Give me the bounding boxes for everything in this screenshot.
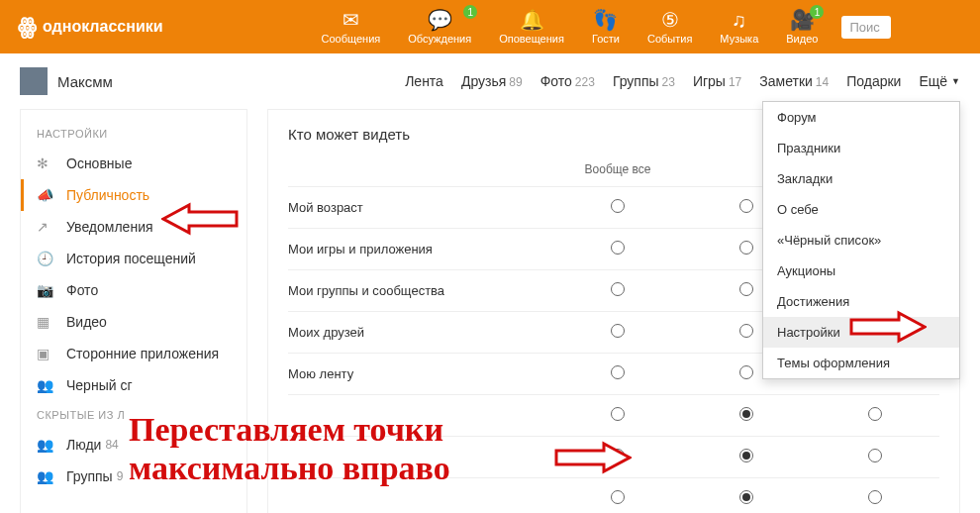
sidebar-item-label: Публичность: [66, 187, 149, 203]
dropdown-item[interactable]: Темы оформления: [763, 348, 959, 378]
privacy-radio[interactable]: [739, 282, 753, 296]
sidebar-item-label: Фото: [66, 282, 98, 298]
annotation-arrow-right-dropdown: [847, 309, 927, 345]
sidebar-item-count: 84: [105, 438, 118, 452]
privacy-radio[interactable]: [868, 449, 882, 462]
privacy-radio[interactable]: [739, 365, 753, 379]
svg-marker-1: [851, 313, 925, 341]
sidebar-item-label: Люди: [66, 437, 101, 453]
top-nav: ✉ Сообщения 💬 1 Обсуждения 🔔 Оповещения …: [322, 9, 819, 45]
sidebar-item-label: Группы: [66, 468, 113, 484]
dropdown-item[interactable]: Праздники: [763, 133, 959, 163]
top-toolbar: ꙮ одноклассники ✉ Сообщения 💬 1 Обсужден…: [0, 0, 980, 53]
sub-header: Максмм Лента Друзья89 Фото223 Группы23 И…: [0, 53, 980, 109]
sidebar-item[interactable]: ✻Основные: [21, 148, 246, 179]
sidebar-item-icon: ▣: [37, 346, 56, 361]
profile-tabs: Лента Друзья89 Фото223 Группы23 Игры17 З…: [405, 73, 960, 89]
svg-marker-0: [163, 205, 237, 233]
svg-marker-2: [556, 444, 630, 471]
sidebar-item[interactable]: 👥Черный сг: [21, 369, 246, 401]
sidebar-item-icon: 👥: [37, 377, 56, 393]
tab-feed[interactable]: Лента: [405, 73, 443, 89]
nav-messages[interactable]: ✉ Сообщения: [322, 9, 381, 45]
privacy-radio[interactable]: [739, 407, 753, 421]
sidebar-item[interactable]: ▦Видео: [21, 306, 246, 338]
privacy-radio[interactable]: [611, 324, 625, 338]
privacy-radio[interactable]: [739, 241, 753, 255]
sidebar-item-count: 9: [117, 469, 124, 483]
sidebar-item-icon: 👥: [37, 437, 56, 453]
search-input[interactable]: Поис: [841, 16, 891, 39]
annotation-arrow-left: [161, 201, 241, 237]
sidebar-item-label: Основные: [66, 155, 132, 171]
sidebar-heading-hidden: СКРЫТЫЕ ИЗ Л: [21, 401, 246, 429]
chevron-down-icon: ▼: [951, 76, 960, 86]
privacy-row: [288, 394, 939, 436]
privacy-row-label: Мои игры и приложения: [288, 242, 553, 256]
privacy-row-label: Мою ленту: [288, 366, 553, 381]
sidebar-item-icon: 🕘: [37, 251, 56, 266]
settings-sidebar: НАСТРОЙКИ ✻Основные📣Публичность↗Уведомле…: [20, 109, 247, 513]
sidebar-item-icon: 📷: [37, 282, 56, 298]
privacy-radio[interactable]: [611, 365, 625, 379]
tab-friends[interactable]: Друзья89: [461, 73, 523, 89]
footprints-icon: 👣: [593, 9, 618, 31]
sidebar-item-icon: 👥: [37, 468, 56, 484]
tab-notes[interactable]: Заметки14: [759, 73, 829, 89]
privacy-radio[interactable]: [739, 324, 753, 338]
sidebar-item[interactable]: 🕘История посещений: [21, 243, 246, 274]
brand-text: одноклассники: [43, 18, 163, 36]
events-icon: ⑤: [661, 9, 679, 31]
dropdown-item[interactable]: Закладки: [763, 163, 959, 194]
sidebar-item-label: История посещений: [66, 251, 196, 266]
tab-groups[interactable]: Группы23: [613, 73, 675, 89]
nav-guests[interactable]: 👣 Гости: [592, 9, 620, 45]
nav-discussions[interactable]: 💬 1 Обсуждения: [408, 9, 471, 45]
sidebar-item[interactable]: 👥Группы9: [21, 461, 246, 492]
nav-notifications[interactable]: 🔔 Оповещения: [499, 9, 564, 45]
privacy-radio[interactable]: [739, 449, 753, 462]
sidebar-heading-settings: НАСТРОЙКИ: [21, 120, 246, 148]
sidebar-item[interactable]: ▣Сторонние приложения: [21, 338, 246, 369]
privacy-radio[interactable]: [739, 490, 753, 504]
sidebar-item-label: Сторонние приложения: [66, 346, 219, 361]
privacy-radio[interactable]: [868, 490, 882, 504]
sidebar-item-icon: ✻: [37, 155, 56, 171]
nav-events[interactable]: ⑤ События: [647, 9, 692, 45]
tab-games[interactable]: Игры17: [693, 73, 741, 89]
user-avatar[interactable]: [20, 67, 48, 95]
user-name[interactable]: Максмм: [57, 73, 113, 90]
ok-logo-icon: ꙮ: [18, 14, 37, 40]
site-logo[interactable]: ꙮ одноклассники: [18, 14, 163, 40]
privacy-radio[interactable]: [739, 199, 753, 213]
privacy-row: [288, 477, 939, 513]
sidebar-item-label: Черный сг: [66, 377, 133, 393]
sidebar-item[interactable]: 👥Люди84: [21, 429, 246, 461]
dropdown-item[interactable]: О себе: [763, 194, 959, 225]
privacy-radio[interactable]: [611, 490, 625, 504]
tab-photo[interactable]: Фото223: [540, 73, 595, 89]
dropdown-item[interactable]: Форум: [763, 102, 959, 133]
privacy-row-label: Мои группы и сообщества: [288, 283, 553, 298]
nav-video[interactable]: 🎥 1 Видео: [786, 9, 818, 45]
col-all: Вообще все: [553, 162, 682, 176]
chat-icon: 💬: [428, 9, 452, 31]
annotation-arrow-right-radio: [552, 440, 632, 475]
music-icon: ♫: [732, 9, 746, 31]
privacy-radio[interactable]: [611, 241, 625, 255]
bell-icon: 🔔: [520, 9, 544, 31]
envelope-icon: ✉: [343, 9, 359, 31]
privacy-row-label: Моих друзей: [288, 325, 553, 340]
privacy-radio[interactable]: [611, 407, 625, 421]
dropdown-item[interactable]: «Чёрный список»: [763, 225, 959, 256]
nav-music[interactable]: ♫ Музыка: [720, 9, 758, 45]
privacy-row-label: Мой возраст: [288, 200, 553, 215]
tab-more[interactable]: Ещё▼: [919, 73, 960, 89]
dropdown-item[interactable]: Аукционы: [763, 256, 959, 286]
video-badge: 1: [810, 5, 824, 19]
sidebar-item[interactable]: 📷Фото: [21, 274, 246, 306]
privacy-radio[interactable]: [868, 407, 882, 421]
privacy-radio[interactable]: [611, 199, 625, 213]
tab-gifts[interactable]: Подарки: [846, 73, 901, 89]
privacy-radio[interactable]: [611, 282, 625, 296]
